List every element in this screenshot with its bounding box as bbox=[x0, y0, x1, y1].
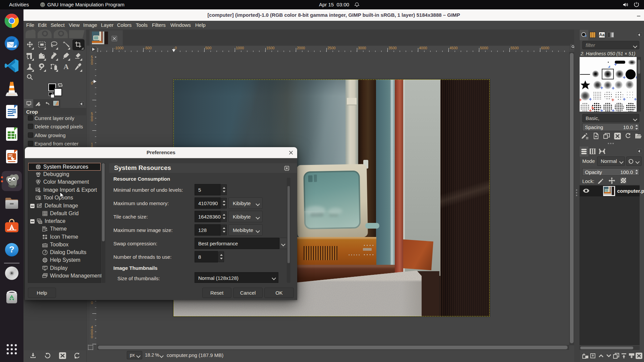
svg-text:?: ? bbox=[9, 244, 14, 254]
svg-text:i: i bbox=[39, 104, 39, 106]
